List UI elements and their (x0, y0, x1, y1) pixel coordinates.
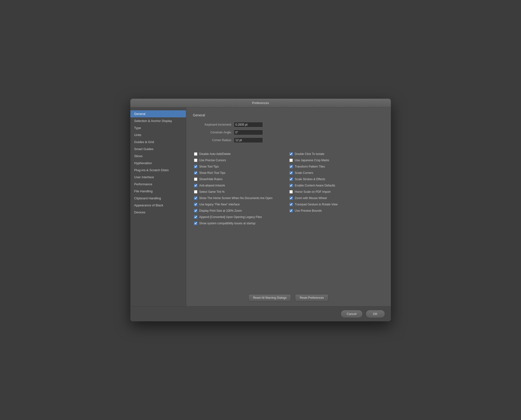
checkbox-input-display-print-size[interactable] (194, 209, 197, 212)
checkbox-input-use-legacy-file-new[interactable] (194, 203, 197, 206)
field-row-corner-radius: Corner Radius: (193, 137, 384, 143)
checkbox-use-preview-bounds[interactable]: Use Preview Bounds (288, 208, 384, 214)
sidebar-item-hyphenation[interactable]: Hyphenation (130, 160, 186, 167)
checkbox-input-show-hide-rulers[interactable] (194, 178, 197, 181)
checkbox-anti-aliased[interactable]: Anti-aliased Artwork (193, 183, 289, 188)
checkbox-label-enable-content-aware: Enable Content Aware Defaults (295, 184, 335, 187)
checkbox-show-rich-tool-tips[interactable]: Show Rich Tool Tips (193, 170, 289, 176)
checkbox-transform-pattern[interactable]: Transform Pattern Tiles (288, 164, 384, 170)
checkbox-input-honor-scale-pdf[interactable] (289, 190, 293, 194)
checkbox-label-disable-auto-add: Disable Auto Add/Delete (199, 152, 231, 156)
checkbox-label-zoom-mouse-wheel: Zoom with Mouse Wheel (295, 196, 327, 200)
checkbox-label-display-print-size: Display Print Size at 100% Zoom (199, 209, 242, 212)
checkbox-display-print-size[interactable]: Display Print Size at 100% Zoom (193, 208, 289, 214)
checkbox-disable-auto-add[interactable]: Disable Auto Add/Delete (193, 151, 289, 157)
checkbox-label-append-converted: Append [Converted] Upon Opening Legacy F… (199, 215, 262, 219)
checkbox-label-show-compat-issues: Show system compatibility issues at star… (199, 222, 255, 225)
sidebar-item-devices[interactable]: Devices (130, 209, 186, 216)
ok-button[interactable]: OK (366, 310, 385, 318)
checkbox-input-append-converted[interactable] (194, 215, 197, 219)
checkbox-label-select-same-tint: Select Same Tint % (199, 190, 225, 194)
checkbox-label-honor-scale-pdf: Honor Scale on PDF Import (295, 190, 330, 194)
sidebar-item-units[interactable]: Units (130, 131, 186, 138)
checkbox-input-disable-auto-add[interactable] (194, 152, 197, 156)
checkbox-input-use-preview-bounds[interactable] (289, 209, 293, 212)
title-bar: Preferences (130, 99, 391, 107)
sidebar-item-appearance-black[interactable]: Appearance of Black (130, 202, 186, 209)
checkbox-double-click-isolate[interactable]: Double Click To Isolate (288, 151, 384, 157)
checkbox-label-use-precise-cursors: Use Precise Cursors (199, 159, 226, 162)
sidebar: GeneralSelection & Anchor DisplayTypeUni… (130, 107, 186, 306)
checkbox-input-scale-strokes-effects[interactable] (289, 178, 293, 181)
checkbox-input-scale-corners[interactable] (289, 171, 293, 175)
checkboxes-grid: Disable Auto Add/DeleteUse Precise Curso… (193, 151, 384, 284)
checkbox-input-trackpad-gesture[interactable] (289, 203, 293, 206)
checkbox-enable-content-aware[interactable]: Enable Content Aware Defaults (288, 183, 384, 188)
checkbox-zoom-mouse-wheel[interactable]: Zoom with Mouse Wheel (288, 195, 384, 201)
field-input-keyboard-increment[interactable] (234, 122, 263, 127)
checkbox-label-trackpad-gesture: Trackpad Gesture to Rotate View (295, 203, 338, 206)
checkbox-input-anti-aliased[interactable] (194, 184, 197, 187)
checkbox-label-show-tool-tips: Show Tool Tips (199, 165, 219, 168)
checkbox-label-anti-aliased: Anti-aliased Artwork (199, 184, 225, 187)
field-input-constrain-angle[interactable] (234, 130, 263, 135)
checkbox-append-converted[interactable]: Append [Converted] Upon Opening Legacy F… (193, 214, 289, 220)
checkbox-input-zoom-mouse-wheel[interactable] (289, 196, 293, 200)
checkbox-show-hide-rulers[interactable]: Show/Hide Rulers (193, 176, 289, 182)
checkbox-select-same-tint[interactable]: Select Same Tint % (193, 189, 289, 195)
checkbox-input-transform-pattern[interactable] (289, 165, 293, 168)
field-input-corner-radius[interactable] (234, 137, 263, 143)
sidebar-item-performance[interactable]: Performance (130, 181, 186, 188)
field-row-keyboard-increment: Keyboard Increment: (193, 122, 384, 127)
sidebar-item-slices[interactable]: Slices (130, 153, 186, 160)
sidebar-item-plugins-scratch[interactable]: Plug-ins & Scratch Disks (130, 167, 186, 174)
checkbox-use-legacy-file-new[interactable]: Use legacy “File New” interface (193, 202, 289, 207)
dialog-title: Preferences (252, 101, 269, 105)
section-title: General (193, 113, 384, 117)
checkbox-show-home-screen[interactable]: Show The Home Screen When No Documents A… (193, 195, 289, 201)
sidebar-item-smart-guides[interactable]: Smart Guides (130, 145, 186, 153)
checkbox-input-double-click-isolate[interactable] (289, 152, 293, 156)
sidebar-item-general[interactable]: General (130, 110, 186, 117)
preferences-dialog: Preferences GeneralSelection & Anchor Di… (130, 99, 391, 321)
checkbox-input-use-precise-cursors[interactable] (194, 159, 197, 162)
checkbox-input-show-tool-tips[interactable] (194, 165, 197, 168)
checkbox-input-enable-content-aware[interactable] (289, 184, 293, 187)
checkbox-label-use-japanese-crop: Use Japanese Crop Marks (295, 159, 329, 162)
checkboxes-left-col: Disable Auto Add/DeleteUse Precise Curso… (193, 151, 289, 284)
sidebar-item-user-interface[interactable]: User Interface (130, 174, 186, 181)
checkbox-input-show-compat-issues[interactable] (194, 222, 197, 225)
sidebar-item-type[interactable]: Type (130, 124, 186, 131)
reset-preferences-button[interactable]: Reset Preferences (295, 294, 328, 301)
checkbox-use-japanese-crop[interactable]: Use Japanese Crop Marks (288, 157, 384, 163)
checkbox-input-show-rich-tool-tips[interactable] (194, 171, 197, 175)
checkbox-label-use-preview-bounds: Use Preview Bounds (295, 209, 322, 212)
checkbox-trackpad-gesture[interactable]: Trackpad Gesture to Rotate View (288, 202, 384, 207)
fields-section: Keyboard Increment:Constrain Angle:Corne… (193, 122, 384, 145)
field-row-constrain-angle: Constrain Angle: (193, 130, 384, 135)
checkbox-honor-scale-pdf[interactable]: Honor Scale on PDF Import (288, 189, 384, 195)
field-label-keyboard-increment: Keyboard Increment: (193, 123, 232, 126)
cancel-button[interactable]: Cancel (341, 310, 362, 318)
main-content: General Keyboard Increment:Constrain Ang… (186, 107, 391, 306)
checkbox-show-tool-tips[interactable]: Show Tool Tips (193, 164, 289, 170)
reset-warnings-button[interactable]: Reset All Warning Dialogs (248, 294, 291, 301)
checkbox-use-precise-cursors[interactable]: Use Precise Cursors (193, 157, 289, 163)
checkbox-input-use-japanese-crop[interactable] (289, 159, 293, 162)
action-buttons-row: Reset All Warning Dialogs Reset Preferen… (193, 290, 384, 301)
sidebar-item-selection-anchor[interactable]: Selection & Anchor Display (130, 117, 186, 124)
checkbox-scale-corners[interactable]: Scale Corners (288, 170, 384, 176)
checkbox-input-select-same-tint[interactable] (194, 190, 197, 194)
field-label-corner-radius: Corner Radius: (193, 138, 232, 142)
sidebar-item-file-handling[interactable]: File Handling (130, 188, 186, 195)
checkbox-input-show-home-screen[interactable] (194, 196, 197, 200)
checkbox-label-show-home-screen: Show The Home Screen When No Documents A… (199, 196, 273, 200)
sidebar-item-clipboard-handling[interactable]: Clipboard Handling (130, 195, 186, 202)
checkbox-label-scale-corners: Scale Corners (295, 171, 313, 175)
checkbox-show-compat-issues[interactable]: Show system compatibility issues at star… (193, 220, 289, 226)
sidebar-item-guides-grid[interactable]: Guides & Grid (130, 138, 186, 145)
checkbox-scale-strokes-effects[interactable]: Scale Strokes & Effects (288, 176, 384, 182)
checkbox-label-transform-pattern: Transform Pattern Tiles (295, 165, 325, 168)
checkbox-label-double-click-isolate: Double Click To Isolate (295, 152, 324, 156)
checkbox-label-show-rich-tool-tips: Show Rich Tool Tips (199, 171, 226, 175)
